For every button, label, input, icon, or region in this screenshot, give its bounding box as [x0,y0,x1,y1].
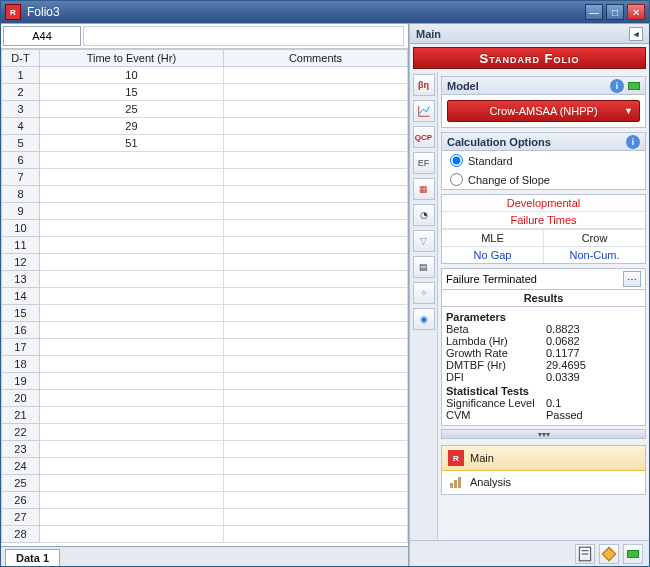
row-header[interactable]: 2 [2,84,40,101]
cell-time[interactable] [39,458,223,475]
plot-button[interactable] [413,100,435,122]
row-header[interactable]: 13 [2,271,40,288]
cell-time[interactable] [39,305,223,322]
cell-comments[interactable] [223,271,407,288]
radio-slope-input[interactable] [450,173,463,186]
row-header[interactable]: 4 [2,118,40,135]
cell-time[interactable]: 25 [39,101,223,118]
nav-analysis[interactable]: Analysis [442,470,645,494]
row-header[interactable]: 25 [2,475,40,492]
cell-comments[interactable] [223,220,407,237]
tool-notes-button[interactable] [575,544,595,564]
qcp-button[interactable]: QCP [413,126,435,148]
beta-eta-button[interactable]: βη [413,74,435,96]
calc-info-icon[interactable]: i [626,135,640,149]
cell-time[interactable]: 15 [39,84,223,101]
row-header[interactable]: 8 [2,186,40,203]
no-gap-cell[interactable]: No Gap [442,246,544,263]
cell-time[interactable] [39,152,223,169]
row-header[interactable]: 16 [2,322,40,339]
sheet-tab-data1[interactable]: Data 1 [5,549,60,566]
cell-time[interactable]: 10 [39,67,223,84]
panel-collapse-button[interactable]: ◂ [629,27,643,41]
col-header-time[interactable]: Time to Event (Hr) [39,50,223,67]
row-header[interactable]: 22 [2,424,40,441]
spreadsheet-grid[interactable]: D-T Time to Event (Hr) Comments 11021532… [1,49,408,546]
cell-comments[interactable] [223,169,407,186]
filter-button[interactable]: ▽ [413,230,435,252]
cell-time[interactable] [39,237,223,254]
cell-comments[interactable] [223,458,407,475]
termination-input[interactable] [446,273,623,285]
cell-comments[interactable] [223,407,407,424]
cell-time[interactable] [39,390,223,407]
row-header[interactable]: 14 [2,288,40,305]
sheet-button[interactable]: ▤ [413,256,435,278]
non-cum-cell[interactable]: Non-Cum. [544,246,645,263]
cell-comments[interactable] [223,152,407,169]
nav-main[interactable]: R Main [441,445,646,471]
cell-time[interactable] [39,356,223,373]
row-header[interactable]: 12 [2,254,40,271]
cell-time[interactable]: 29 [39,118,223,135]
cell-time[interactable] [39,424,223,441]
minimize-button[interactable]: — [585,4,603,20]
name-box[interactable]: A44 [3,26,81,46]
cell-comments[interactable] [223,67,407,84]
close-button[interactable]: ✕ [627,4,645,20]
cell-time[interactable] [39,271,223,288]
cell-comments[interactable] [223,288,407,305]
cell-time[interactable] [39,373,223,390]
crow-cell[interactable]: Crow [544,229,645,246]
cell-comments[interactable] [223,237,407,254]
row-header[interactable]: 23 [2,441,40,458]
cell-time[interactable] [39,254,223,271]
row-header[interactable]: 5 [2,135,40,152]
row-header[interactable]: 11 [2,237,40,254]
row-header[interactable]: 20 [2,390,40,407]
cell-comments[interactable] [223,339,407,356]
termination-browse-button[interactable]: ⋯ [623,271,641,287]
cell-comments[interactable] [223,441,407,458]
cell-time[interactable] [39,186,223,203]
cell-comments[interactable] [223,305,407,322]
cell-time[interactable] [39,169,223,186]
cell-time[interactable] [39,526,223,543]
row-header[interactable]: 6 [2,152,40,169]
gauge-button[interactable]: ◔ [413,204,435,226]
row-header[interactable]: 19 [2,373,40,390]
model-dropdown[interactable]: Crow-AMSAA (NHPP) ▼ [447,100,640,122]
cell-time[interactable] [39,492,223,509]
row-header[interactable]: 17 [2,339,40,356]
cell-comments[interactable] [223,475,407,492]
row-header[interactable]: 28 [2,526,40,543]
cell-time[interactable] [39,441,223,458]
spec-button[interactable]: ✧ [413,282,435,304]
mle-cell[interactable]: MLE [442,229,544,246]
globe-button[interactable]: ◉ [413,308,435,330]
row-header[interactable]: 3 [2,101,40,118]
cell-comments[interactable] [223,390,407,407]
tool-diamond-button[interactable] [599,544,619,564]
cell-comments[interactable] [223,492,407,509]
row-header[interactable]: 27 [2,509,40,526]
col-header-comments[interactable]: Comments [223,50,407,67]
row-header[interactable]: 10 [2,220,40,237]
cell-comments[interactable] [223,356,407,373]
cell-time[interactable]: 51 [39,135,223,152]
cell-comments[interactable] [223,322,407,339]
cell-time[interactable] [39,220,223,237]
tool-status-button[interactable] [623,544,643,564]
row-header[interactable]: 21 [2,407,40,424]
row-header[interactable]: 15 [2,305,40,322]
cell-comments[interactable] [223,84,407,101]
cell-comments[interactable] [223,101,407,118]
cell-comments[interactable] [223,186,407,203]
radio-standard[interactable]: Standard [442,151,645,170]
cell-time[interactable] [39,339,223,356]
row-header[interactable]: 9 [2,203,40,220]
radio-standard-input[interactable] [450,154,463,167]
cell-comments[interactable] [223,203,407,220]
collapse-handle[interactable]: ▾▾▾ [441,429,646,439]
cell-comments[interactable] [223,509,407,526]
